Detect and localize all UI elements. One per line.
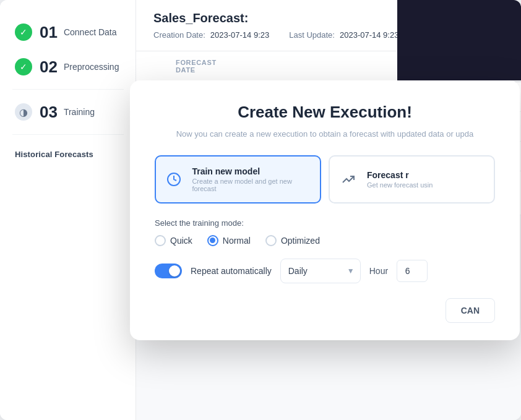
col-id (236, 51, 278, 82)
step-number-02: 02 (40, 59, 58, 75)
step-done-icon-02: ✓ (15, 58, 32, 75)
step-number-01: 01 (40, 24, 58, 40)
repeat-row: Repeat automatically Daily Weekly Monthl… (155, 259, 495, 283)
modal-subtitle: Now you can create a new execution to ob… (155, 128, 495, 140)
modal: Create New Execution! Now you can create… (130, 80, 520, 340)
sidebar-item-preprocessing[interactable]: ✓ 02 Preprocessing (0, 49, 136, 84)
training-mode-label: Select the training mode: (155, 218, 495, 228)
step-number-03: 03 (40, 104, 58, 120)
frequency-dropdown[interactable]: Daily Weekly Monthly (280, 259, 361, 283)
dark-block (397, 0, 521, 80)
train-icon (163, 168, 184, 191)
last-update-key: Last Update: (289, 30, 335, 40)
last-update-val: 2023-07-14 9:23 (340, 30, 398, 40)
radio-group: Quick Normal Optimized (155, 235, 495, 246)
sidebar-item-training[interactable]: ◑ 03 Training (0, 95, 136, 129)
sidebar-divider-2 (12, 134, 124, 135)
hour-input[interactable] (397, 260, 428, 282)
col-checkbox (136, 51, 166, 82)
repeat-toggle[interactable] (155, 264, 182, 278)
radio-item-normal[interactable]: Normal (207, 235, 251, 246)
train-card-title: Train new model (192, 166, 312, 176)
forecast-icon (337, 168, 360, 191)
col-forecast-date: FORECAST DATE (166, 51, 236, 82)
radio-label-optimized: Optimized (281, 236, 320, 246)
hour-label: Hour (369, 266, 388, 276)
col-warning (278, 51, 308, 82)
radio-label-normal: Normal (223, 236, 251, 246)
radio-circle-quick (155, 235, 166, 246)
mode-cards: Train new model Create a new model and g… (155, 155, 495, 204)
step-label-02: Preprocessing (64, 62, 119, 72)
train-card-subtitle: Create a new model and get new forecast (192, 178, 312, 192)
radio-circle-optimized (265, 235, 277, 246)
frequency-dropdown-wrapper: Daily Weekly Monthly ▼ (280, 259, 361, 283)
radio-circle-normal (207, 235, 218, 246)
step-done-icon-01: ✓ (15, 24, 32, 41)
mode-card-train[interactable]: Train new model Create a new model and g… (155, 155, 321, 204)
forecast-card-subtitle: Get new forecast usin (367, 181, 433, 189)
radio-item-quick[interactable]: Quick (155, 235, 192, 246)
training-mode-section: Select the training mode: Quick Normal O… (155, 218, 495, 246)
sidebar-item-connect-data[interactable]: ✓ 01 Connect Data (0, 15, 136, 49)
sidebar-divider (12, 89, 124, 90)
forecast-card-title: Forecast r (367, 170, 433, 180)
step-label-01: Connect Data (64, 27, 117, 37)
step-label-03: Training (64, 107, 95, 117)
step-half-icon-03: ◑ (15, 103, 32, 121)
radio-item-optimized[interactable]: Optimized (265, 235, 320, 246)
sidebar: ✓ 01 Connect Data ✓ 02 Preprocessing ◑ 0… (0, 0, 136, 420)
cancel-button[interactable]: CAN (446, 298, 495, 323)
info-bar: Sales_Forecast: Creation Date: 2023-07-1… (136, 0, 521, 51)
modal-title: Create New Execution! (155, 103, 495, 122)
creation-date-key: Creation Date: (153, 30, 205, 40)
modal-footer: CAN (155, 298, 495, 323)
mode-card-forecast[interactable]: Forecast r Get new forecast usin (329, 155, 495, 204)
repeat-label: Repeat automatically (191, 266, 272, 276)
historical-forecasts-label: Historical Forecasts (0, 140, 136, 164)
creation-date-val: 2023-07-14 9:23 (210, 30, 269, 40)
radio-label-quick: Quick (170, 236, 192, 246)
